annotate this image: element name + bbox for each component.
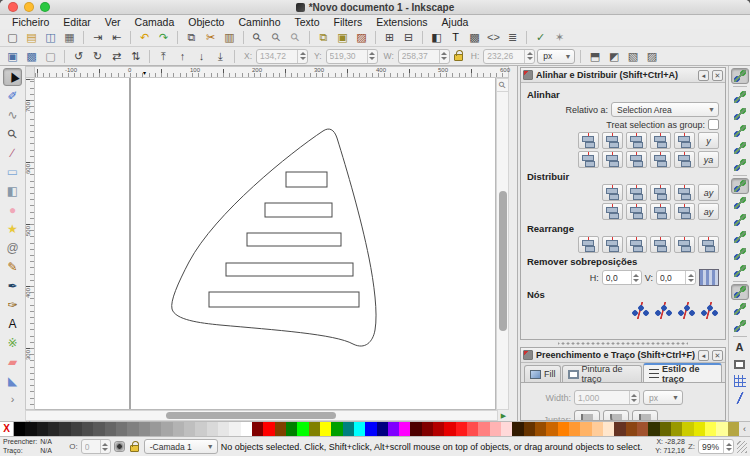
panel-undock-icon[interactable]: ◂ — [698, 70, 709, 81]
join-round-icon[interactable] — [603, 410, 629, 420]
palette-swatch[interactable] — [592, 422, 603, 436]
snap-bbox-icon[interactable] — [731, 89, 749, 105]
menu-caminho[interactable]: Caminho — [238, 16, 280, 28]
palette-swatch[interactable] — [263, 422, 274, 436]
palette-swatch[interactable] — [377, 422, 388, 436]
align-bottom-to-top-edge-icon[interactable] — [578, 151, 599, 168]
snap-smooth-nodes-icon[interactable] — [731, 246, 749, 262]
menu-ficheiro[interactable]: Ficheiro — [12, 16, 49, 28]
palette-swatch[interactable] — [161, 422, 172, 436]
palette-swatch[interactable] — [490, 422, 501, 436]
arrange-connector-network-icon[interactable] — [578, 236, 599, 253]
tool-paint-bucket[interactable]: ◣ — [3, 372, 22, 390]
palette-swatch[interactable] — [728, 422, 739, 436]
distribute-centers-vertically-icon[interactable] — [626, 203, 647, 220]
x-field[interactable]: 134,72 — [256, 49, 308, 64]
layer-select[interactable]: -Camada 1▼ — [144, 439, 218, 454]
tool-ellipse[interactable]: ● — [3, 201, 22, 219]
preferences-icon[interactable]: ✶ — [551, 30, 568, 46]
palette-swatch[interactable] — [671, 422, 682, 436]
tool-selector[interactable]: ▶ — [3, 68, 22, 86]
panel-close-icon[interactable]: ✕ — [712, 70, 723, 81]
palette-swatch[interactable] — [614, 422, 625, 436]
raise-to-top-icon[interactable]: ⤒ — [155, 48, 172, 64]
palette-swatch[interactable] — [93, 422, 104, 436]
cut-icon[interactable]: ✂ — [202, 30, 219, 46]
paste-icon[interactable]: ▥ — [221, 30, 238, 46]
align-right-edges-icon[interactable] — [650, 132, 671, 149]
print-icon[interactable]: ▦ — [61, 30, 78, 46]
align-top-to-bottom-edge-icon[interactable] — [674, 151, 695, 168]
distribute-right-edges-icon[interactable] — [650, 184, 671, 201]
palette-swatch[interactable] — [331, 422, 342, 436]
snap-bbox-edge-midpoints-icon[interactable] — [731, 140, 749, 156]
node-align-horizontal-icon[interactable] — [630, 302, 650, 319]
palette-swatch[interactable] — [105, 422, 116, 436]
resize-grip[interactable] — [737, 441, 747, 453]
palette-swatch[interactable] — [444, 422, 455, 436]
vertical-scrollbar[interactable]: ⚲ — [496, 78, 509, 410]
new-document-icon[interactable]: ▢ — [4, 30, 21, 46]
move-gradients-icon[interactable]: ▧ — [624, 48, 641, 64]
panel-splitter[interactable] — [558, 340, 688, 346]
center-horizontal-axis-icon[interactable] — [626, 151, 647, 168]
palette-swatch[interactable] — [173, 422, 184, 436]
height-field[interactable]: 232,26 — [483, 49, 535, 64]
tool-eraser[interactable]: ▰ — [3, 353, 22, 371]
menu-filters[interactable]: Filters — [334, 16, 363, 28]
palette-swatch[interactable] — [716, 422, 727, 436]
tool-star[interactable]: ★ — [3, 220, 22, 238]
palette-swatch[interactable] — [82, 422, 93, 436]
distribute-centers-horizontally-icon[interactable] — [626, 184, 647, 201]
rotate-90-ccw-icon[interactable]: ↺ — [70, 48, 87, 64]
snap-others-icon[interactable] — [731, 284, 749, 300]
snap-bbox-corners-icon[interactable] — [731, 123, 749, 139]
palette-swatch[interactable] — [59, 422, 70, 436]
palette-swatch[interactable] — [603, 422, 614, 436]
menu-objecto[interactable]: Objecto — [188, 16, 224, 28]
menu-ajuda[interactable]: Ajuda — [442, 16, 469, 28]
tool-text[interactable]: A — [3, 315, 22, 333]
snap-object-centers-icon[interactable] — [731, 301, 749, 317]
flip-horizontal-icon[interactable]: ⇄ — [108, 48, 125, 64]
palette-swatch[interactable] — [433, 422, 444, 436]
export-icon[interactable]: ⇤ — [108, 30, 125, 46]
palette-swatch[interactable] — [275, 422, 286, 436]
zoom-to-drawing-icon[interactable]: ⚲ — [268, 30, 285, 46]
palette-swatch[interactable] — [410, 422, 421, 436]
create-clone-icon[interactable]: ▣ — [334, 30, 351, 46]
xml-editor-icon[interactable]: <> — [485, 30, 502, 46]
color-management-toggle-icon[interactable]: ▶ — [498, 412, 509, 420]
palette-swatch[interactable] — [694, 422, 705, 436]
tool-pencil[interactable]: ✎ — [3, 258, 22, 276]
palette-swatch[interactable] — [320, 422, 331, 436]
redo-icon[interactable]: ↷ — [155, 30, 172, 46]
palette-swatch[interactable] — [184, 422, 195, 436]
palette-swatch[interactable] — [297, 422, 308, 436]
relative-to-select[interactable]: Selection Area▼ — [611, 102, 719, 117]
palette-swatch[interactable] — [309, 422, 320, 436]
menu-editar[interactable]: Editar — [63, 16, 90, 28]
tool-bezier-pen[interactable]: ✒ — [3, 277, 22, 295]
palette-swatch[interactable] — [648, 422, 659, 436]
menu-camada[interactable]: Camada — [135, 16, 175, 28]
exchange-clockwise-icon[interactable] — [650, 236, 671, 253]
select-all-icon[interactable]: ▣ — [4, 48, 21, 64]
palette-swatch[interactable] — [286, 422, 297, 436]
distribute-top-edges-icon[interactable] — [602, 203, 623, 220]
stroke-width-units-select[interactable]: px▼ — [643, 390, 683, 405]
unclump-icon[interactable] — [698, 236, 719, 253]
more-tools-icon[interactable]: › — [11, 393, 15, 405]
align-bottom-edges-icon[interactable] — [650, 151, 671, 168]
palette-swatch[interactable] — [229, 422, 240, 436]
snap-cusp-nodes-icon[interactable] — [731, 229, 749, 245]
palette-swatch[interactable] — [637, 422, 648, 436]
palette-swatch[interactable] — [558, 422, 569, 436]
palette-swatch[interactable] — [705, 422, 716, 436]
text-baseline-horizontal-icon[interactable]: ay — [698, 184, 719, 201]
palette-swatch[interactable] — [218, 422, 229, 436]
canvas[interactable] — [35, 78, 496, 410]
distribute-horizontal-gaps-icon[interactable] — [674, 184, 695, 201]
palette-swatch[interactable] — [569, 422, 580, 436]
save-document-icon[interactable]: ◫ — [42, 30, 59, 46]
